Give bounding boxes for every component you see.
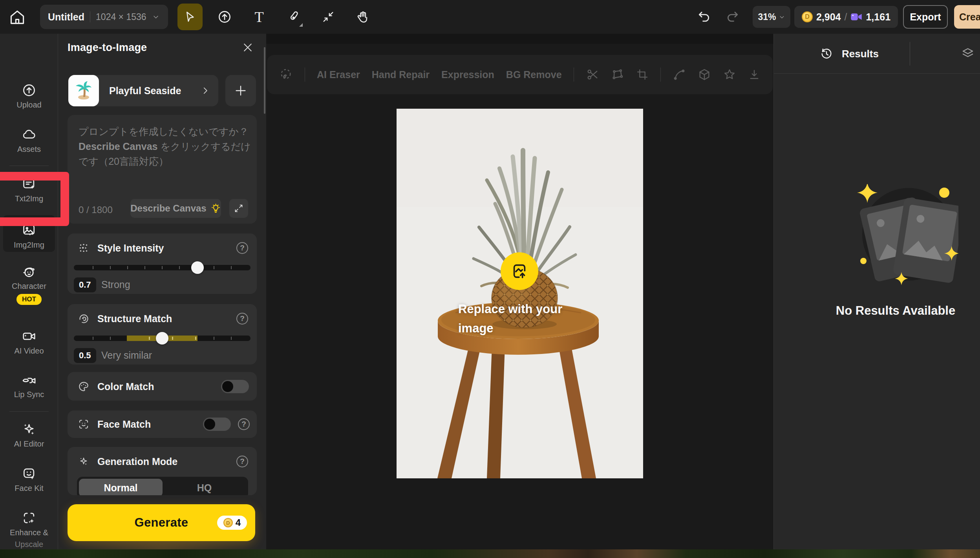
close-panel-button[interactable]	[242, 42, 254, 53]
help-icon[interactable]: ?	[236, 242, 248, 254]
replace-image-button[interactable]	[501, 252, 538, 290]
lasso-quad-icon[interactable]	[611, 68, 624, 81]
face-kit-icon	[0, 466, 58, 481]
canvas-top-strip	[266, 34, 773, 44]
face-match-card: Face Match ?	[68, 410, 257, 438]
prompt-placeholder-line3: です（20言語対応）	[79, 155, 168, 168]
style-thumbnail	[68, 75, 99, 106]
generation-cost: 4	[236, 517, 241, 528]
tab-layers[interactable]: L	[961, 46, 980, 60]
document-title-box[interactable]: Untitled 1024 × 1536	[40, 5, 168, 29]
sidebar-item-label: Character	[0, 282, 58, 291]
sidebar-item-txt2img[interactable]: Txt2Img	[0, 177, 58, 203]
prompt-input-card[interactable]: プロンプトを作成したくないですか？ Describe Canvas をクリックす…	[68, 115, 257, 224]
sidebar-item-lip-sync[interactable]: Lip Sync	[0, 372, 58, 399]
style-selector[interactable]: Playful Seaside	[68, 75, 218, 106]
crop-icon[interactable]	[636, 68, 649, 81]
curve-icon[interactable]	[673, 68, 686, 81]
coin-balance: 2,904	[816, 11, 841, 23]
color-match-toggle[interactable]	[221, 380, 249, 393]
sparkles-icon	[0, 422, 58, 437]
home-button[interactable]	[9, 9, 26, 26]
tab-results[interactable]: Results	[820, 47, 879, 60]
collapse-tool-button[interactable]	[316, 4, 341, 30]
hand-icon	[356, 10, 370, 24]
help-icon[interactable]: ?	[238, 418, 250, 430]
results-panel: Results L	[773, 34, 980, 549]
credits-balance[interactable]: D 2,904 / 1,161	[794, 6, 898, 28]
select-tool-button[interactable]	[177, 4, 203, 30]
structure-match-card: Structure Match ? 0.5 Very similar	[68, 304, 257, 365]
generate-button[interactable]: Generate D 4	[68, 504, 255, 541]
divider	[90, 11, 90, 22]
sidebar-item-face-kit[interactable]: Face Kit	[0, 466, 58, 493]
style-name: Playful Seaside	[109, 85, 200, 97]
submenu-corner-indicator	[299, 23, 303, 27]
describe-canvas-button[interactable]: Describe Canvas	[130, 199, 221, 218]
ai-lasso-icon[interactable]	[279, 67, 293, 82]
sidebar-divider	[9, 411, 49, 412]
sidebar-item-upload[interactable]: Upload	[0, 83, 58, 109]
structure-match-slider[interactable]	[74, 336, 250, 341]
hand-tool-button[interactable]	[350, 4, 375, 30]
sidebar-item-assets[interactable]: Assets	[0, 127, 58, 154]
redo-button[interactable]	[725, 9, 740, 25]
canvas-area[interactable]: AI Eraser Hand Repair Expression BG Remo…	[266, 34, 773, 549]
export-button[interactable]: Export	[903, 5, 948, 29]
tool-group: T	[177, 4, 375, 30]
text-tool-button[interactable]: T	[247, 4, 272, 30]
brush-tool-button[interactable]	[281, 4, 306, 30]
sidebar-item-ai-video[interactable]: AI Video	[0, 329, 58, 356]
star-icon[interactable]	[723, 68, 736, 81]
generation-mode-option-hq[interactable]: HQ	[163, 479, 246, 495]
document-size: 1024 × 1536	[96, 12, 146, 22]
divider	[910, 42, 910, 66]
sidebar-item-img2img[interactable]: Img2Img	[0, 223, 58, 250]
results-title: Results	[842, 48, 879, 60]
expression-button[interactable]: Expression	[441, 69, 494, 80]
style-intensity-value: 0.7	[74, 277, 96, 292]
undo-button[interactable]	[696, 9, 712, 25]
help-icon[interactable]: ?	[236, 313, 248, 325]
style-intensity-slider[interactable]	[74, 265, 250, 270]
palette-icon	[78, 381, 90, 392]
download-icon[interactable]	[748, 68, 761, 81]
hand-repair-button[interactable]: Hand Repair	[372, 69, 430, 80]
sidebar-item-character[interactable]: Character HOT	[0, 264, 58, 305]
zoom-level-dropdown[interactable]: 31%	[753, 6, 790, 28]
canvas-image[interactable]: Replace with your image	[397, 109, 643, 478]
home-icon	[9, 9, 26, 26]
undo-icon	[696, 9, 712, 25]
slider-knob[interactable]	[156, 332, 168, 345]
ai-eraser-button[interactable]: AI Eraser	[317, 69, 360, 80]
sidebar-item-ai-editor[interactable]: AI Editor	[0, 422, 58, 449]
panel-scrollbar[interactable]	[264, 47, 265, 114]
sidebar-item-enhance-upscale[interactable]: Enhance & Upscale	[0, 511, 58, 549]
generation-mode-option-normal[interactable]: Normal	[79, 479, 163, 495]
face-match-toggle[interactable]	[203, 418, 231, 431]
style-intensity-card: Style Intensity ? 0.7 Strong	[68, 233, 257, 294]
generate-label: Generate	[135, 516, 188, 530]
structure-match-value: 0.5	[74, 348, 96, 363]
describe-canvas-label: Describe Canvas	[130, 203, 206, 214]
lip-sync-icon	[0, 372, 58, 387]
coin-icon: D	[223, 518, 233, 527]
sparkle-icon	[78, 456, 90, 467]
character-icon	[0, 264, 58, 279]
slider-knob[interactable]	[191, 261, 204, 274]
cube-icon[interactable]	[698, 68, 711, 81]
plus-icon	[234, 84, 247, 97]
add-style-button[interactable]	[225, 75, 256, 106]
toolbar-divider	[660, 67, 661, 82]
bg-remove-button[interactable]: BG Remove	[506, 69, 562, 80]
upload-tool-button[interactable]	[212, 4, 237, 30]
help-icon[interactable]: ?	[236, 456, 248, 467]
upload-icon	[217, 9, 232, 24]
sidebar-item-label-line2: Upscale	[0, 540, 58, 549]
structure-swirl-icon	[78, 313, 90, 325]
expand-prompt-button[interactable]	[229, 199, 248, 218]
scissors-icon[interactable]	[586, 68, 599, 81]
upload-circle-icon	[0, 83, 58, 98]
create-button[interactable]: Crea	[954, 5, 980, 29]
generation-cost-pill: D 4	[217, 516, 247, 530]
